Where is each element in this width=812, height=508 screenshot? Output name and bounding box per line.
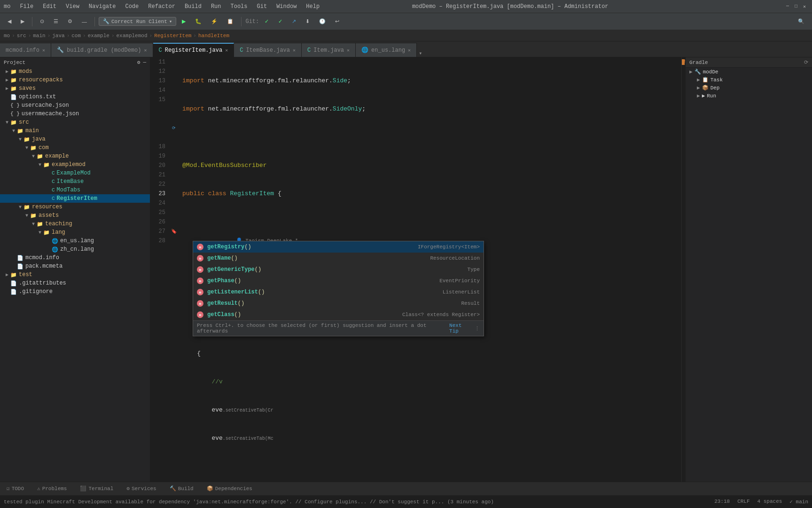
- git-revert-button[interactable]: ↩: [331, 17, 343, 26]
- tab-lang-close[interactable]: ✕: [408, 48, 411, 53]
- sidebar-item-src[interactable]: ▼ 📁 src: [0, 118, 150, 127]
- ac-item-getlistenerlist[interactable]: m getListenerList() ListenerList: [193, 286, 484, 298]
- sidebar-item-pack-mcmeta[interactable]: 📄 pack.mcmeta: [0, 262, 150, 270]
- gradle-refresh-icon[interactable]: ⟳: [804, 59, 808, 65]
- tab-itembase[interactable]: C ItemBase.java ✕: [234, 43, 302, 57]
- sidebar-item-com[interactable]: ▼ 📁 com: [0, 143, 150, 152]
- menu-navigate[interactable]: Navigate: [85, 2, 120, 11]
- sidebar-item-example[interactable]: ▼ 📁 example: [0, 152, 150, 160]
- bc-registeritem[interactable]: RegisterItem: [154, 33, 191, 39]
- git-history-button[interactable]: 🕐: [315, 17, 329, 26]
- menu-run[interactable]: Run: [207, 2, 225, 11]
- bc-examplemod[interactable]: examplemod: [117, 33, 148, 39]
- menu-file[interactable]: File: [16, 2, 37, 11]
- sidebar-item-main[interactable]: ▼ 📁 main: [0, 127, 150, 135]
- tab-item-close[interactable]: ✕: [347, 48, 350, 53]
- menu-git[interactable]: Git: [253, 2, 271, 11]
- bottom-tab-terminal[interactable]: ⬛ Terminal: [77, 484, 116, 492]
- bottom-tab-build[interactable]: 🔨 Build: [167, 484, 196, 492]
- ac-item-getphase[interactable]: m getPhase() EventPriority: [193, 275, 484, 286]
- sidebar-item-lang-folder[interactable]: ▼ 📁 lang: [0, 228, 150, 237]
- sidebar-item-examplemod-class[interactable]: C ExampleMod: [0, 169, 150, 177]
- menu-window[interactable]: Window: [273, 2, 300, 11]
- bc-mo[interactable]: mo: [4, 33, 10, 39]
- tab-buildgradle-close[interactable]: ✕: [144, 48, 147, 53]
- ac-more-icon[interactable]: ⋮: [475, 325, 480, 332]
- menu-build[interactable]: Build: [181, 2, 205, 11]
- sidebar-item-modtabs[interactable]: C ModTabs: [0, 186, 150, 194]
- menu-tools[interactable]: Tools: [227, 2, 251, 11]
- ac-item-getregistry[interactable]: m getRegistry() IForgeRegistry<Item>: [193, 241, 484, 253]
- maximize-button[interactable]: □: [792, 3, 800, 10]
- bc-handleitem[interactable]: handleItem: [198, 33, 229, 39]
- tab-registeritem[interactable]: C RegisterItem.java ✕: [153, 43, 234, 57]
- ac-hint-link[interactable]: Next Tip: [449, 323, 473, 334]
- sidebar-options-icon[interactable]: ⚙: [137, 59, 141, 65]
- ac-item-getclass[interactable]: m getClass() Class<? extends Register>: [193, 309, 484, 320]
- bc-main[interactable]: main: [33, 33, 45, 39]
- ac-item-getresult[interactable]: m getResult() Result: [193, 298, 484, 309]
- bc-src[interactable]: src: [17, 33, 26, 39]
- run-config-selector[interactable]: 🔧 Correct Run Client ▾: [99, 17, 176, 26]
- search-button[interactable]: 🔍: [794, 17, 808, 26]
- ac-item-getname[interactable]: m getName() ResourceLocation: [193, 253, 484, 264]
- git-check-button[interactable]: ✓: [261, 17, 273, 26]
- gradle-tasks[interactable]: ▶ 📋 Task: [686, 76, 812, 84]
- sidebar-item-resourcepacks[interactable]: ▶ 📁 resourcepacks: [0, 76, 150, 84]
- tab-item[interactable]: C Item.java ✕: [302, 43, 356, 57]
- bottom-tab-problems[interactable]: ⚠ Problems: [34, 484, 70, 492]
- git-push-button[interactable]: ↗: [288, 17, 300, 26]
- sidebar-item-mods[interactable]: ▶ 📁 mods: [0, 67, 150, 76]
- sidebar-collapse-icon[interactable]: —: [143, 59, 146, 65]
- menu-code[interactable]: Code: [121, 2, 142, 11]
- sidebar-item-itembase[interactable]: C ItemBase: [0, 177, 150, 186]
- bottom-tab-todo[interactable]: ☑ TODO: [4, 484, 27, 492]
- sidebar-item-usercache[interactable]: { } usercache.json: [0, 101, 150, 110]
- sidebar-item-teaching[interactable]: ▼ 📁 teaching: [0, 220, 150, 228]
- sidebar-item-assets[interactable]: ▼ 📁 assets: [0, 211, 150, 220]
- gradle-run[interactable]: ▶ ▶ Run: [686, 92, 812, 100]
- tab-registeritem-close[interactable]: ✕: [225, 48, 228, 53]
- forward-button[interactable]: ▶: [17, 17, 28, 26]
- editor-area[interactable]: ▲5 11 12 13 14 15 18 19 20 21 22: [150, 57, 685, 482]
- sidebar-item-resources[interactable]: ▼ 📁 resources: [0, 203, 150, 211]
- debug-button[interactable]: 🐛: [191, 17, 205, 26]
- bc-com[interactable]: com: [71, 33, 81, 39]
- run-with-coverage[interactable]: ⚡: [207, 17, 221, 26]
- status-branch[interactable]: ✓ main: [789, 499, 808, 505]
- gradle-dependencies[interactable]: ▶ 📦 Dep: [686, 84, 812, 92]
- settings-button[interactable]: ⚙: [64, 17, 76, 26]
- git-pull-button[interactable]: ⬇: [302, 17, 313, 26]
- tab-itembase-close[interactable]: ✕: [293, 48, 296, 53]
- tab-mcmod-close[interactable]: ✕: [42, 48, 45, 53]
- sidebar-item-registeritem[interactable]: C RegisterItem: [0, 194, 150, 203]
- ac-item-getgenerictype[interactable]: m getGenericType() Type: [193, 264, 484, 275]
- bc-example[interactable]: example: [88, 33, 109, 39]
- sidebar-item-gitattributes[interactable]: 📄 .gitattributes: [0, 279, 150, 287]
- menu-view[interactable]: View: [62, 2, 83, 11]
- tab-lang[interactable]: 🌐 en_us.lang ✕: [356, 43, 417, 57]
- sidebar-item-mcmod-info[interactable]: 📄 mcmod.info: [0, 254, 150, 262]
- menu-edit[interactable]: Edit: [39, 2, 60, 11]
- sidebar-item-en-lang[interactable]: 🌐 en_us.lang: [0, 237, 150, 245]
- tabs-overflow-button[interactable]: ▾: [417, 50, 424, 57]
- git-commit-button[interactable]: ✓: [274, 17, 286, 26]
- structure-button[interactable]: ☰: [50, 17, 62, 26]
- run-button[interactable]: ▶: [178, 17, 189, 26]
- menu-help[interactable]: Help: [302, 2, 323, 11]
- minimize-tool-button[interactable]: —: [78, 17, 91, 26]
- bottom-tab-dependencies[interactable]: 📦 Dependencies: [204, 484, 255, 492]
- profiler-button[interactable]: 📋: [223, 17, 237, 26]
- bottom-tab-services[interactable]: ⚙ Services: [124, 484, 159, 492]
- sidebar-item-gitignore[interactable]: 📄 .gitignore: [0, 287, 150, 296]
- tab-mcmod[interactable]: mcmod.info ✕: [0, 43, 51, 57]
- sidebar-item-usernamecache[interactable]: { } usernmecache.json: [0, 110, 150, 118]
- status-position[interactable]: 23:18: [714, 499, 730, 505]
- menu-refactor[interactable]: Refactor: [144, 2, 179, 11]
- sidebar-item-test[interactable]: ▶ 📁 test: [0, 270, 150, 279]
- sidebar-item-options[interactable]: 📄 options.txt: [0, 93, 150, 101]
- status-spaces[interactable]: 4 spaces: [757, 499, 782, 505]
- back-button[interactable]: ◀: [4, 17, 15, 26]
- sidebar-item-zh-lang[interactable]: 🌐 zh_cn.lang: [0, 245, 150, 254]
- sidebar-item-saves[interactable]: ▶ 📁 saves: [0, 84, 150, 93]
